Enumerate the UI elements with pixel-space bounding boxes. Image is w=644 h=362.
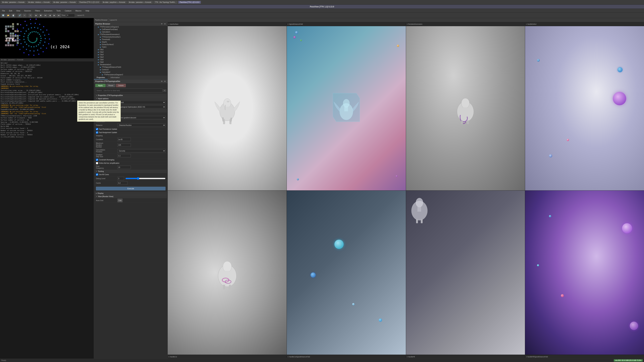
constraint-averaging-checkbox[interactable]	[96, 159, 98, 161]
prop-section-header[interactable]: ▼ Properties (TTKTopologicalSim	[94, 94, 167, 97]
gradient-descent-dropdown[interactable]: Direct gradient descent	[118, 116, 166, 119]
open-btn[interactable]: 📂	[6, 13, 10, 17]
properties-content[interactable]: ▼ Properties (TTKTopologicalSim ▼ Input …	[94, 93, 168, 359]
pipeline-item-ttk_signed_dist[interactable]: ▶TTKSignedDistanceField1	[94, 66, 168, 68]
debug-level-slider[interactable]	[126, 177, 166, 180]
pipeline-item-contour2[interactable]: ▶Contour2	[94, 68, 168, 71]
menu-tools[interactable]: Tools	[56, 9, 62, 12]
viewport-handle-cut[interactable]	[168, 191, 286, 355]
online-adhoc-checkbox[interactable]	[96, 162, 98, 164]
next-frame-btn[interactable]: ▶	[52, 13, 56, 17]
execute-button[interactable]: Execute	[96, 187, 166, 190]
prop-gear-btn[interactable]: ⚙	[164, 80, 166, 82]
pipeline-item-extract_surface2[interactable]: ▶ExtractSurface2	[94, 43, 168, 46]
viewport-persistent-gen[interactable]	[406, 26, 525, 190]
prev-frame-btn[interactable]: ◀	[48, 13, 52, 17]
viewport-handle-cut-signed[interactable]	[287, 191, 406, 355]
pipeline-item-calculator2[interactable]: ▶Calculator2	[94, 71, 168, 73]
menu-filters[interactable]: Filters	[34, 9, 41, 12]
fast-assignment-checkbox[interactable]	[96, 131, 98, 134]
play-btn[interactable]: ▶	[34, 13, 38, 17]
pipeline-item-ttk_pers_gen[interactable]: ▶TTKPersistentGenerators1	[94, 33, 168, 36]
menu-sources[interactable]: Sources	[24, 9, 32, 12]
save-btn[interactable]: 💾	[11, 13, 16, 17]
iteration-input[interactable]	[118, 143, 131, 147]
taskbar-tab-2[interactable]: ttk-data : mkdocs — Konsole	[27, 1, 51, 4]
time-input[interactable]	[66, 14, 75, 17]
fast-persistence-label[interactable]: Fast Persistence Update	[99, 128, 117, 130]
taskbar-tab-7[interactable]: TTK - the Topology ToolKit...	[154, 1, 178, 4]
pipeline-settings-btn[interactable]: ⚙	[164, 23, 166, 25]
taskbar-tab-1[interactable]: ttk-data : paraview — Konsole	[1, 1, 26, 4]
menu-catalyst[interactable]: Catalyst	[64, 9, 72, 12]
cancellation-dropdown[interactable]: Cut-only	[118, 149, 166, 152]
print-frequency-input[interactable]	[118, 166, 131, 169]
pipeline-item-ttk_pers_diag3[interactable]: ▶TTKPersistenceDiagram3	[94, 73, 168, 76]
pipeline-item-tetrahedralize1[interactable]: ▶Tetrahedralize1	[94, 63, 168, 66]
pipeline-item-clip3[interactable]: ▶Clip3	[94, 53, 168, 56]
cache-input[interactable]	[118, 181, 128, 185]
use-all-cores-label[interactable]: Use All Cores	[99, 174, 109, 175]
input-options-header[interactable]: ▼ Input options	[94, 97, 167, 100]
testing-section-header[interactable]: ▼ Testing	[94, 170, 167, 173]
viewport-input-surface[interactable]	[168, 26, 286, 190]
taskbar-tab-5[interactable]: ttk-data : pvpython — Konsole	[101, 1, 127, 4]
pipeline-item-clip4[interactable]: ▶Clip4	[94, 56, 168, 58]
stop-btn[interactable]: ⏹	[39, 13, 43, 17]
last-frame-btn[interactable]: ⏭	[57, 13, 61, 17]
viewport-handle-defect[interactable]	[525, 26, 644, 190]
viewport-signed-distance[interactable]	[287, 26, 406, 190]
viewport-handle-fill[interactable]	[406, 191, 525, 355]
pipeline-item-glyph1[interactable]: ▶Glyph1	[94, 41, 168, 43]
pipeline-item-ttk_persistence[interactable]: ▶TTKPersistenceDiagram1	[94, 26, 168, 28]
reset-button[interactable]: Reset	[106, 84, 116, 87]
fast-persistence-checkbox[interactable]	[96, 128, 98, 130]
display-section-header[interactable]: ▶ Display	[94, 192, 167, 195]
taskbar-tab-6[interactable]: ttk-data : paraview — Konsole	[128, 1, 153, 4]
distance-dropdown[interactable]: Classical Auction	[118, 123, 166, 127]
menu-extractors[interactable]: Extractors	[44, 9, 53, 12]
taskbar-tab-3[interactable]: ttk-data : paraview — Konsole	[52, 1, 77, 4]
menu-file[interactable]: File	[1, 9, 6, 12]
pipeline-browser[interactable]: Pipeline Browser 👁 ⚙ ▶TTKPersistenceDiag…	[94, 22, 168, 76]
pipeline-item-calculator1[interactable]: ▶Calculator1	[94, 31, 168, 33]
search-input[interactable]	[95, 89, 162, 92]
pipeline-item-threshold1[interactable]: ▶Threshold1	[94, 38, 168, 41]
menu-view[interactable]: View	[16, 9, 21, 12]
new-session-btn[interactable]: 🆕	[1, 13, 5, 17]
backend-dropdown-1[interactable]: Topological Optimization (IEEE VIS	[118, 105, 166, 109]
condition-input[interactable]	[118, 138, 131, 141]
pipeline-item-tube1[interactable]: ▶Tube1	[94, 46, 168, 48]
terminal-content[interactable]: Welcome!Built 337311 edges edges... [0.1…	[0, 61, 94, 359]
axes-grid-edit-btn[interactable]: Edit	[118, 199, 122, 202]
prop-eye-btn[interactable]: 👁	[160, 80, 163, 82]
tab-information[interactable]: Information	[108, 76, 122, 79]
gradient-step-input[interactable]	[118, 154, 131, 157]
connect-btn[interactable]: 🔗	[18, 13, 22, 17]
solver-options-header[interactable]: ▼ Solver options	[94, 109, 167, 112]
tab-properties[interactable]: Properties	[94, 76, 108, 79]
viewport-handle-fill-signed[interactable]	[525, 191, 644, 355]
pipeline-item-clip5[interactable]: ▶Clip5	[94, 58, 168, 61]
pipeline-item-clip1[interactable]: ▶Clip1	[94, 48, 168, 51]
online-adhoc-label[interactable]: Online Ad-hoc simplification	[99, 162, 120, 164]
fast-assignment-label[interactable]: Fast Assignment Update	[99, 132, 117, 133]
taskbar-tab-4[interactable]: ParaView [TTK 1.2] 5.13.0	[78, 1, 100, 4]
pipeline-item-ttk_geom[interactable]: ▶TTKGeometrySmoother1	[94, 36, 168, 38]
use-all-cores-checkbox[interactable]	[96, 173, 98, 176]
pipeline-item-cell_data[interactable]: ▶CellDatatoPointData1	[94, 28, 168, 31]
delete-button[interactable]: Delete	[116, 84, 126, 87]
search-clear-btn[interactable]: ✕	[163, 89, 166, 92]
menu-help[interactable]: Help	[85, 9, 90, 12]
menu-macros[interactable]: Macros	[75, 9, 82, 12]
disconnect-btn[interactable]: ✂	[23, 13, 26, 17]
menu-edit[interactable]: Edit	[8, 9, 13, 12]
pipeline-item-clip2[interactable]: ▶Clip2	[94, 51, 168, 53]
constraint-averaging-label[interactable]: Constraint Averaging	[99, 159, 114, 161]
pipeline-eye-btn[interactable]: 👁	[160, 23, 163, 25]
pipeline-item-clip6[interactable]: ▶Clip6	[94, 61, 168, 63]
reset-camera-btn[interactable]: ⟲	[28, 13, 32, 17]
view-render-header[interactable]: ▼ View (Render View)	[94, 195, 167, 198]
first-frame-btn[interactable]: ⏮	[44, 13, 48, 17]
apply-button[interactable]: Apply	[95, 84, 106, 87]
